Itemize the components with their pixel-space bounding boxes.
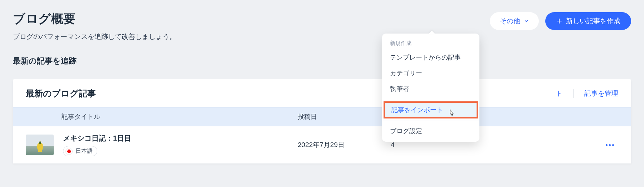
other-button[interactable]: その他 <box>490 12 539 30</box>
dropdown-heading: 新規作成 <box>382 39 479 50</box>
pointer-cursor-icon <box>447 108 457 118</box>
table-header-row: 記事タイトル 投稿日 <box>13 107 631 126</box>
page-subtitle: ブログのパフォーマンスを追跡して改善しましょう。 <box>13 32 176 41</box>
other-dropdown: 新規作成 テンプレートからの記事 カテゴリー 執筆者 記事をインポート ブログ設… <box>382 34 479 142</box>
dropdown-item-author[interactable]: 執筆者 <box>382 81 479 97</box>
flag-japan-icon <box>65 148 73 155</box>
dropdown-item-import[interactable]: 記事をインポート <box>384 101 478 118</box>
dropdown-separator <box>382 99 479 99</box>
card-link-truncated[interactable]: ト <box>556 89 562 98</box>
card-link-manage[interactable]: 記事を管理 <box>584 89 618 98</box>
new-post-button-label: 新しい記事を作成 <box>566 16 620 26</box>
language-chip[interactable]: 日本語 <box>63 146 97 156</box>
post-thumbnail <box>26 135 54 155</box>
col-header-date: 投稿日 <box>298 112 391 121</box>
row-actions-button[interactable] <box>605 142 615 148</box>
new-post-button[interactable]: 新しい記事を作成 <box>545 12 631 30</box>
chevron-down-icon <box>524 19 529 24</box>
dropdown-item-category[interactable]: カテゴリー <box>382 65 479 81</box>
dropdown-item-template[interactable]: テンプレートからの記事 <box>382 50 479 65</box>
card-title: 最新のブログ記事 <box>26 88 96 99</box>
col-header-title: 記事タイトル <box>26 112 298 121</box>
dropdown-item-import-label: 記事をインポート <box>391 106 443 113</box>
post-date: 2022年7月29日 <box>298 140 391 150</box>
latest-posts-card: 最新のブログ記事 ト 記事を管理 記事タイトル 投稿日 メキシコ日記：1日目 日… <box>13 79 631 163</box>
page-title: ブログ概要 <box>13 11 176 27</box>
table-row[interactable]: メキシコ日記：1日目 日本語 2022年7月29日 4 <box>13 126 631 163</box>
post-title: メキシコ日記：1日目 <box>63 133 131 143</box>
divider <box>573 89 574 98</box>
plus-icon <box>556 18 562 24</box>
post-value: 4 <box>391 141 484 149</box>
dropdown-separator <box>382 121 479 121</box>
other-button-label: その他 <box>500 16 520 26</box>
language-label: 日本語 <box>75 147 93 155</box>
section-track-latest: 最新の記事を追跡 <box>13 56 631 66</box>
dropdown-item-settings[interactable]: ブログ設定 <box>382 123 479 139</box>
